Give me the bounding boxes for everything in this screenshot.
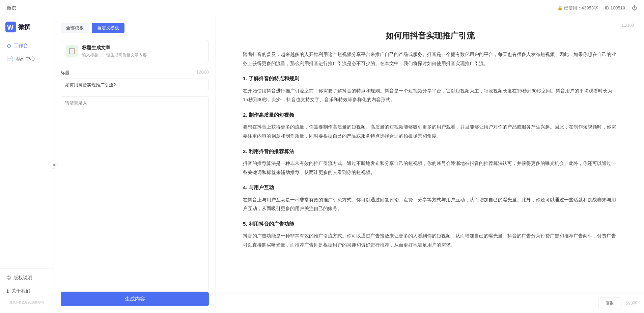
page-counter: 11/100	[621, 23, 634, 28]
article-section-heading: 1. 了解抖音的特点和规则	[243, 74, 617, 84]
content-area: 全部模板 自定义模板 📋 标题生成文章 输入标题，一键生成高质量文章内容 标题 …	[54, 16, 644, 313]
article-section-heading: 5. 利用抖音的广告功能	[243, 219, 617, 229]
article-footer: 复制 693字	[216, 293, 644, 313]
icp-text: 豫ICP备2022016846号	[9, 301, 44, 304]
topbar-title: 微撰	[7, 5, 16, 11]
title-label-text: 标题	[61, 70, 69, 76]
sidebar-item-copyright[interactable]: © 版权说明	[0, 272, 54, 284]
title-field-label: 标题 12/100	[61, 70, 209, 76]
article-section-heading: 2. 制作高质量的短视频	[243, 110, 617, 120]
title-input[interactable]	[61, 79, 209, 91]
copy-button[interactable]: 复制	[598, 297, 621, 309]
template-desc: 输入标题，一键生成高质量文章内容	[82, 52, 147, 58]
article-body: 随着抖音的普及，越来越多的人开始利用这个短视频分享平台来推广自己的产品或服务。抖…	[243, 50, 617, 250]
article-paragraph: 抖音的广告功能是一种非常有效的推广引流方式。你可以通过广告投放来让更多的人看到你…	[243, 231, 617, 249]
topbar-right: 🔒 已使用：43953字 ID:100519 ⏻	[557, 5, 637, 11]
template-icon: 📋	[66, 45, 78, 57]
article-paragraph: 随着抖音的普及，越来越多的人开始利用这个短视频分享平台来推广自己的产品或服务。抖…	[243, 50, 617, 68]
article-section-heading: 4. 与用户互动	[243, 183, 617, 193]
power-icon[interactable]: ⏻	[632, 5, 637, 11]
content-textarea[interactable]	[61, 96, 209, 292]
left-panel: 全部模板 自定义模板 📋 标题生成文章 输入标题，一键生成高质量文章内容 标题 …	[54, 16, 216, 313]
sidebar: W 微撰 ⊙ 工作台 📄 稿件中心 © 版权说明 ℹ 关于我们 豫ICP备202…	[0, 16, 54, 313]
usage-label: 已使用：43953字	[564, 5, 598, 11]
tab-custom-templates[interactable]: 自定义模板	[92, 23, 124, 33]
info-icon: ℹ	[7, 288, 9, 294]
article-paragraph: 在开始使用抖音进行推广引流之前，你需要了解抖音的特点和规则。抖音是一个短视频分享…	[243, 86, 617, 104]
topbar: 微撰 🔒 已使用：43953字 ID:100519 ⏻	[0, 0, 644, 16]
template-info: 标题生成文章 输入标题，一键生成高质量文章内容	[82, 45, 147, 58]
sidebar-item-about-label: 关于我们	[11, 288, 30, 294]
sidebar-bottom: © 版权说明 ℹ 关于我们 豫ICP备2022016846号	[0, 268, 54, 308]
right-panel: 11/100 如何用抖音实现推广引流 随着抖音的普及，越来越多的人开始利用这个短…	[216, 16, 644, 313]
svg-text:W: W	[7, 24, 13, 31]
sidebar-item-workspace[interactable]: ⊙ 工作台	[0, 39, 54, 52]
usage-info: 🔒 已使用：43953字	[557, 5, 598, 11]
main-layout: W 微撰 ⊙ 工作台 📄 稿件中心 © 版权说明 ℹ 关于我们 豫ICP备202…	[0, 16, 644, 313]
title-counter: 12/100	[196, 70, 209, 76]
generate-button[interactable]: 生成内容	[61, 292, 209, 306]
sidebar-item-workspace-label: 工作台	[14, 43, 28, 49]
sidebar-item-copyright-label: 版权说明	[13, 275, 32, 281]
template-card[interactable]: 📋 标题生成文章 输入标题，一键生成高质量文章内容	[61, 40, 209, 63]
article-section-heading: 3. 利用抖音的推荐算法	[243, 147, 617, 156]
sidebar-item-drafts[interactable]: 📄 稿件中心	[0, 52, 54, 65]
article-paragraph: 要想在抖音上获得更多的流量，你需要制作高质量的短视频。高质量的短视频能够吸引更多…	[243, 122, 617, 140]
sidebar-collapse-button[interactable]: ◀	[50, 161, 58, 169]
article-area[interactable]: 11/100 如何用抖音实现推广引流 随着抖音的普及，越来越多的人开始利用这个短…	[216, 16, 644, 293]
tab-all-templates[interactable]: 全部模板	[61, 23, 89, 33]
template-name: 标题生成文章	[82, 45, 147, 51]
article-paragraph: 在抖音上与用户互动是一种非常有效的推广引流方式。你可以通过回复评论、点赞、分享等…	[243, 195, 617, 213]
logo-area: W 微撰	[0, 22, 54, 39]
copyright-icon: ©	[7, 275, 11, 281]
sidebar-footer: 豫ICP备2022016846号	[0, 297, 54, 308]
lock-icon: 🔒	[557, 5, 563, 10]
word-count: 693字	[625, 300, 637, 306]
tab-bar: 全部模板 自定义模板	[61, 23, 209, 33]
article-title: 如何用抖音实现推广引流	[243, 30, 617, 42]
logo-text: 微撰	[18, 23, 30, 31]
logo-icon: W	[5, 22, 16, 32]
sidebar-item-about[interactable]: ℹ 关于我们	[0, 284, 54, 297]
id-label: ID:100519	[605, 5, 625, 10]
workspace-icon: ⊙	[7, 42, 11, 49]
sidebar-item-drafts-label: 稿件中心	[16, 56, 35, 62]
article-paragraph: 抖音的推荐算法是一种非常有效的推广引流方式。通过不断地发布和分享自己的短视频，你…	[243, 159, 617, 177]
drafts-icon: 📄	[7, 56, 13, 62]
